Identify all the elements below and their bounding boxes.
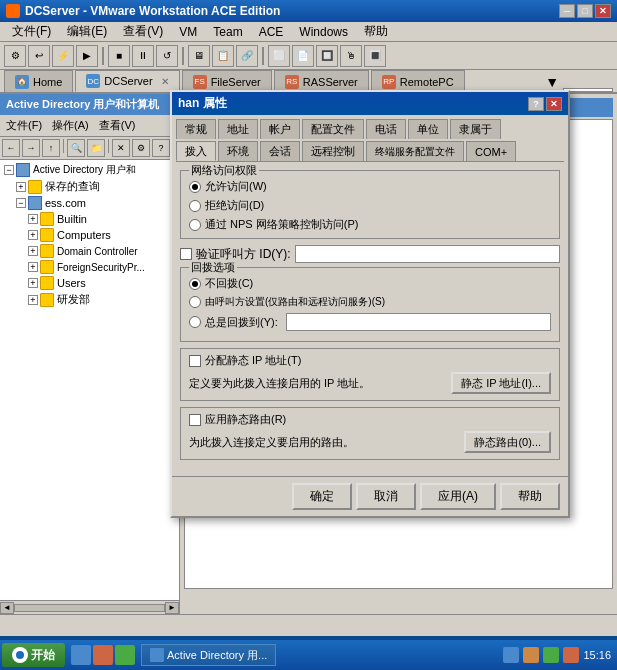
ok-button[interactable]: 确定 — [292, 483, 352, 510]
quick-icon-1[interactable] — [71, 645, 91, 665]
toolbar-btn-9[interactable]: 📋 — [212, 45, 234, 67]
tab-environment[interactable]: 环境 — [218, 141, 258, 161]
expand-computers[interactable]: + — [28, 230, 38, 240]
radio-caller-set[interactable]: 由呼叫方设置(仅路由和远程访问服务)(S) — [189, 295, 551, 309]
tab-org[interactable]: 单位 — [408, 119, 448, 139]
tree-item-users[interactable]: + Users — [26, 275, 177, 291]
action-menu[interactable]: 操作(A) — [48, 117, 93, 134]
dialog-help-btn[interactable]: ? — [528, 97, 544, 111]
toolbar-btn-11[interactable]: ⬜ — [268, 45, 290, 67]
maximize-button[interactable]: □ — [577, 4, 593, 18]
menu-windows[interactable]: Windows — [291, 23, 356, 41]
security-icon[interactable] — [543, 647, 559, 663]
verify-caller-checkbox[interactable] — [180, 248, 192, 260]
dialog-close-btn[interactable]: ✕ — [546, 97, 562, 111]
toolbar-btn-13[interactable]: 🔲 — [316, 45, 338, 67]
tree-item-rd[interactable]: + 研发部 — [26, 291, 177, 308]
toolbar-btn-12[interactable]: 📄 — [292, 45, 314, 67]
verify-caller-input[interactable] — [295, 245, 560, 263]
up-btn[interactable]: ↑ — [42, 139, 60, 157]
start-button[interactable]: 开始 — [2, 643, 65, 667]
update-icon[interactable] — [563, 647, 579, 663]
tab-dialin[interactable]: 拨入 — [176, 141, 216, 161]
tab-terminal[interactable]: 终端服务配置文件 — [366, 141, 464, 161]
expand-fsp[interactable]: + — [28, 262, 38, 272]
menu-view[interactable]: 查看(V) — [115, 21, 171, 42]
expand-rd[interactable]: + — [28, 295, 38, 305]
quick-icon-3[interactable] — [115, 645, 135, 665]
always-callback-input[interactable] — [286, 313, 551, 331]
tab-profile[interactable]: 配置文件 — [302, 119, 364, 139]
menu-file[interactable]: 文件(F) — [4, 21, 59, 42]
tree-item-fsp[interactable]: + ForeignSecurityPr... — [26, 259, 177, 275]
expand-dc[interactable]: + — [28, 246, 38, 256]
toolbar-btn-6[interactable]: ⏸ — [132, 45, 154, 67]
radio-deny[interactable]: 拒绝访问(D) — [189, 198, 551, 213]
expand-ess[interactable]: − — [16, 198, 26, 208]
radio-allow[interactable]: 允许访问(W) — [189, 179, 551, 194]
tab-rasserver[interactable]: RS RASServer — [274, 70, 369, 92]
tab-session[interactable]: 会话 — [260, 141, 300, 161]
tree-item-ad[interactable]: − Active Directory 用户和 — [2, 162, 177, 178]
forward-btn[interactable]: → — [22, 139, 40, 157]
toolbar-btn-7[interactable]: ↺ — [156, 45, 178, 67]
routing-button[interactable]: 静态路由(0)... — [464, 431, 551, 453]
static-ip-button[interactable]: 静态 IP 地址(I)... — [451, 372, 551, 394]
taskbar-active-window[interactable]: Active Directory 用... — [141, 644, 276, 666]
tab-home[interactable]: 🏠 Home — [4, 70, 73, 92]
tab-scroll-down[interactable]: ▼ — [541, 72, 563, 92]
expand-builtin[interactable]: + — [28, 214, 38, 224]
file-menu[interactable]: 文件(F) — [2, 117, 46, 134]
close-button[interactable]: ✕ — [595, 4, 611, 18]
cancel-button[interactable]: 取消 — [356, 483, 416, 510]
tree-item-builtin[interactable]: + Builtin — [26, 211, 177, 227]
properties-btn[interactable]: ⚙ — [132, 139, 150, 157]
tab-fileserver[interactable]: FS FileServer — [182, 70, 272, 92]
radio-always-callback[interactable]: 总是回拨到(Y): — [189, 315, 278, 330]
help-button[interactable]: 帮助 — [500, 483, 560, 510]
delete-btn[interactable]: ✕ — [112, 139, 130, 157]
toolbar-btn-15[interactable]: 🔳 — [364, 45, 386, 67]
menu-team[interactable]: Team — [205, 23, 250, 41]
tab-member[interactable]: 隶属于 — [450, 119, 501, 139]
static-ip-checkbox[interactable] — [189, 355, 201, 367]
radio-no-callback[interactable]: 不回拨(C) — [189, 276, 551, 291]
tree-item-saved[interactable]: + 保存的查询 — [14, 178, 177, 195]
toolbar-btn-8[interactable]: 🖥 — [188, 45, 210, 67]
tab-account[interactable]: 帐户 — [260, 119, 300, 139]
volume-icon[interactable] — [523, 647, 539, 663]
tree-item-ess[interactable]: − ess.com — [14, 195, 177, 211]
tab-dcserver-close[interactable]: ✕ — [161, 76, 169, 87]
routing-checkbox[interactable] — [189, 414, 201, 426]
toolbar-btn-14[interactable]: 🖱 — [340, 45, 362, 67]
expand-saved[interactable]: + — [16, 182, 26, 192]
folder-btn[interactable]: 📁 — [87, 139, 105, 157]
tab-dcserver[interactable]: DC DCServer ✕ — [75, 70, 179, 92]
menu-edit[interactable]: 编辑(E) — [59, 21, 115, 42]
tree-item-dc[interactable]: + Domain Controller — [26, 243, 177, 259]
expand-users[interactable]: + — [28, 278, 38, 288]
network-icon[interactable] — [503, 647, 519, 663]
help-btn[interactable]: ? — [152, 139, 170, 157]
toolbar-btn-3[interactable]: ⚡ — [52, 45, 74, 67]
menu-vm[interactable]: VM — [171, 23, 205, 41]
menu-help[interactable]: 帮助 — [356, 21, 396, 42]
tab-general[interactable]: 常规 — [176, 119, 216, 139]
scroll-right[interactable]: ► — [165, 602, 179, 614]
toolbar-btn-5[interactable]: ■ — [108, 45, 130, 67]
tab-com[interactable]: COM+ — [466, 141, 516, 161]
hscroll[interactable]: ◄ ► — [0, 600, 179, 614]
tab-remote[interactable]: 远程控制 — [302, 141, 364, 161]
toolbar-btn-4[interactable]: ▶ — [76, 45, 98, 67]
radio-nps[interactable]: 通过 NPS 网络策略控制访问(P) — [189, 217, 551, 232]
tab-remotepc[interactable]: RP RemotePC — [371, 70, 465, 92]
toolbar-btn-2[interactable]: ↩ — [28, 45, 50, 67]
toolbar-btn-1[interactable]: ⚙ — [4, 45, 26, 67]
tree-item-computers[interactable]: + Computers — [26, 227, 177, 243]
tab-phone[interactable]: 电话 — [366, 119, 406, 139]
scroll-left[interactable]: ◄ — [0, 602, 14, 614]
menu-ace[interactable]: ACE — [251, 23, 292, 41]
view-menu[interactable]: 查看(V) — [95, 117, 140, 134]
back-btn[interactable]: ← — [2, 139, 20, 157]
apply-button[interactable]: 应用(A) — [420, 483, 496, 510]
